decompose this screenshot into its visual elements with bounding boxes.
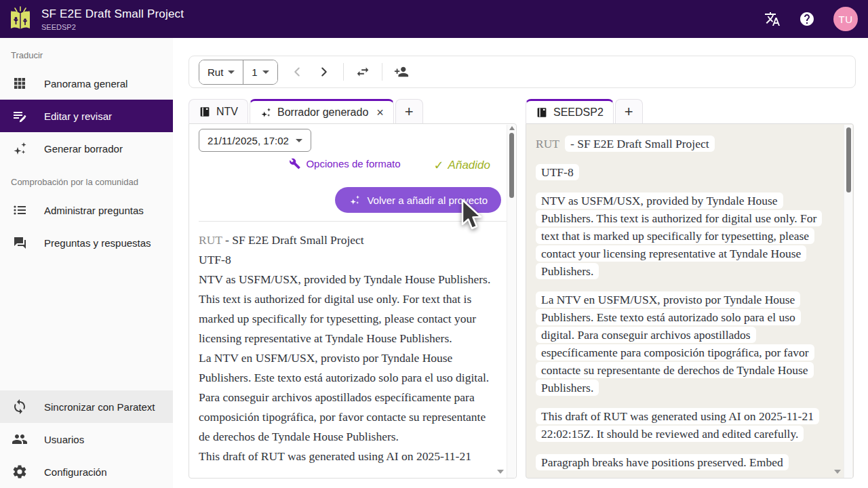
add-tab-button[interactable]: +: [395, 99, 423, 123]
encoding-paragraph[interactable]: UTF-8: [536, 163, 827, 181]
text-segment[interactable]: This draft of RUT was generated using AI…: [536, 408, 819, 442]
chevron-left-icon: [290, 64, 304, 79]
add-tab-button[interactable]: +: [615, 99, 643, 123]
chevron-down-icon: [262, 70, 269, 74]
heading-text: - SF E2E Draft Small Project: [222, 233, 364, 247]
license-paragraph-es: La NTV en USFM/USX, provisto por Tyndale…: [199, 348, 492, 447]
book-chapter-selector: Rut 1: [199, 60, 278, 85]
wrench-icon: [289, 158, 300, 169]
target-editor-text[interactable]: RUT- SF E2E Draft Small Project UTF-8 NT…: [526, 124, 853, 471]
chapter-select[interactable]: 1: [243, 60, 277, 84]
sidebar-item-questions-answers[interactable]: Preguntas y respuestas: [0, 226, 173, 259]
draft-preview-text: RUT - SF E2E Draft Small Project UTF-8 N…: [189, 222, 516, 466]
book-icon: [199, 106, 211, 118]
sidebar-item-label: Administrar preguntas: [44, 205, 144, 216]
sidebar-item-label: Sincronizar con Paratext: [44, 401, 155, 413]
encoding-line: UTF-8: [199, 250, 492, 270]
chapter-toolbar: Rut 1: [189, 56, 856, 88]
tab-seedsp2[interactable]: SEEDSP2: [526, 99, 614, 123]
gear-icon: [12, 464, 28, 480]
sidebar-item-users[interactable]: Usuarios: [0, 423, 173, 455]
draft-notice-paragraph[interactable]: This draft of RUT was generated using AI…: [536, 407, 827, 443]
next-chapter-button[interactable]: [311, 58, 338, 85]
tab-ntv[interactable]: NTV: [189, 99, 248, 123]
close-icon[interactable]: ×: [376, 106, 384, 119]
scroll-more-indicator: [497, 470, 504, 474]
sidebar-item-overview[interactable]: Panorama general: [0, 67, 173, 100]
sidebar-item-settings[interactable]: Configuración: [0, 455, 173, 488]
text-segment[interactable]: - SF E2E Draft Small Project: [565, 136, 715, 152]
heading-paragraph[interactable]: RUT- SF E2E Draft Small Project: [536, 135, 827, 152]
sidebar-item-label: Editar y revisar: [44, 110, 112, 122]
book-ref: RUT: [199, 233, 222, 247]
draft-header: 21/11/2025, 17:02 Opciones de formato ✓ …: [189, 124, 516, 222]
draft-date-select[interactable]: 21/11/2025, 17:02: [199, 129, 311, 152]
sidebar-item-manage-questions[interactable]: Administrar preguntas: [0, 194, 173, 226]
sidebar-item-label: Preguntas y respuestas: [44, 237, 151, 249]
readd-button-label: Volver a añadir al proyecto: [367, 195, 488, 206]
app-window: SF E2E Draft Small Project SEEDSP2 TU Tr…: [0, 0, 868, 488]
translate-language-icon[interactable]: [764, 11, 781, 27]
license-paragraph-en[interactable]: NTV as USFM/USX, provided by Tyndale Hou…: [536, 192, 827, 280]
chevron-right-icon: [317, 64, 332, 79]
sidebar-item-label: Panorama general: [44, 78, 127, 89]
book-select-value: Rut: [208, 66, 223, 78]
edit-note-icon: [12, 108, 28, 124]
source-tabbar: NTV Borrador generado × +: [189, 99, 425, 123]
project-title: SF E2E Draft Small Project: [41, 7, 184, 21]
plus-icon: +: [625, 103, 633, 121]
draft-notice-line: This draft of RUT was generated using AI…: [199, 447, 492, 466]
previous-chapter-button[interactable]: [283, 58, 311, 85]
scrollbar-thumb[interactable]: [509, 133, 514, 198]
sidebar-item-label: Configuración: [44, 466, 107, 478]
sparkle-icon: [260, 106, 272, 119]
sidebar-item-label: Generar borrador: [44, 143, 123, 155]
chevron-down-icon: [228, 70, 235, 74]
swap-horizontal-icon: [355, 64, 370, 79]
check-icon: ✓: [434, 158, 444, 173]
draft-date-value: 21/11/2025, 17:02: [208, 135, 289, 146]
right-panel-scrollbar: [844, 125, 852, 479]
sparkle-icon: [12, 140, 28, 157]
scrollbar-thumb[interactable]: [846, 127, 851, 192]
toolbar-divider: [382, 63, 382, 81]
sidebar-section-community-checking: Comprobación por la comunidad: [0, 165, 173, 194]
sidebar-item-generate-draft[interactable]: Generar borrador: [0, 132, 173, 165]
person-add-icon: [394, 64, 409, 79]
book-icon: [536, 106, 548, 119]
text-segment[interactable]: Paragraph breaks have positions preserve…: [536, 454, 789, 470]
tab-label: SEEDSP2: [553, 106, 604, 119]
tab-label: NTV: [216, 106, 238, 118]
added-label: Añadido: [448, 159, 490, 172]
share-add-person-button[interactable]: [388, 58, 415, 85]
sidebar-item-edit-review[interactable]: Editar y revisar: [0, 100, 173, 132]
forum-icon: [12, 235, 28, 251]
sync-icon: [12, 399, 28, 415]
book-select[interactable]: Rut: [199, 60, 243, 84]
swap-source-target-button[interactable]: [349, 58, 376, 85]
scroll-up-arrow[interactable]: [509, 126, 515, 130]
target-tabbar: SEEDSP2 +: [526, 99, 644, 123]
tab-generated-draft[interactable]: Borrador generado ×: [250, 99, 394, 123]
text-segment[interactable]: UTF-8: [536, 164, 579, 180]
text-segment[interactable]: NTV as USFM/USX, provided by Tyndale Hou…: [536, 192, 822, 279]
format-options-link[interactable]: Opciones de formato: [289, 158, 400, 169]
sidebar-nav: Traducir Panorama general Editar y revis…: [0, 38, 173, 488]
scroll-more-indicator: [834, 470, 841, 474]
breaks-paragraph[interactable]: Paragraph breaks have positions preserve…: [536, 453, 827, 471]
readd-to-project-button[interactable]: Volver a añadir al proyecto: [335, 187, 501, 213]
sparkle-icon: [349, 194, 361, 206]
generated-draft-panel: 21/11/2025, 17:02 Opciones de formato ✓ …: [189, 123, 517, 479]
format-options-label: Opciones de formato: [306, 158, 400, 169]
user-avatar[interactable]: TU: [833, 7, 858, 31]
license-paragraph-es[interactable]: La NTV en USFM/USX, provisto por Tyndale…: [536, 291, 827, 396]
text-segment[interactable]: La NTV en USFM/USX, provisto por Tyndale…: [536, 291, 814, 396]
heading-line: RUT - SF E2E Draft Small Project: [199, 230, 492, 250]
target-editor-panel[interactable]: RUT- SF E2E Draft Small Project UTF-8 NT…: [526, 123, 854, 479]
sidebar-item-label: Usuarios: [44, 434, 84, 445]
project-shortname: SEEDSP2: [41, 23, 184, 31]
sidebar-spacer: [0, 259, 173, 390]
help-icon[interactable]: [799, 11, 815, 27]
apps-grid-icon: [12, 75, 28, 92]
sidebar-item-sync-paratext[interactable]: Sincronizar con Paratext: [0, 390, 173, 423]
